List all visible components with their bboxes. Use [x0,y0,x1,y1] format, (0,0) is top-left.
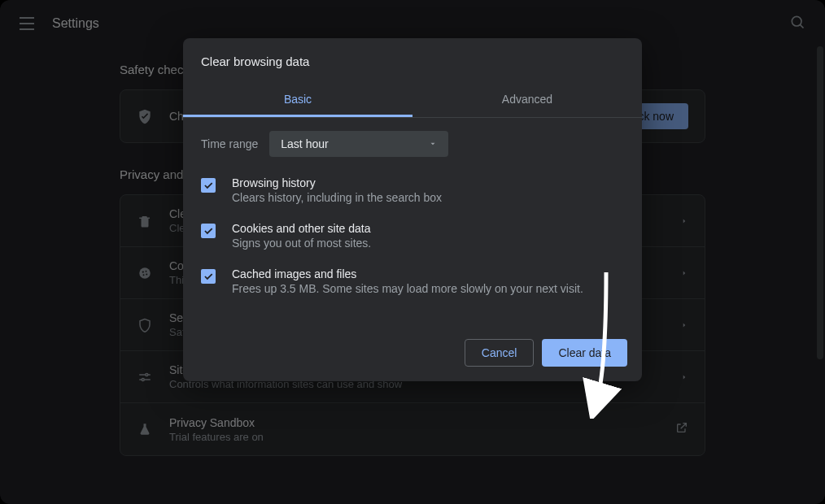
checkbox-sublabel: Signs you out of most sites. [232,237,371,250]
checkbox-row-cached: Cached images and files Frees up 3.5 MB.… [201,267,624,295]
checkbox-cached[interactable] [201,269,216,284]
time-range-value: Last hour [281,137,328,150]
cancel-button[interactable]: Cancel [465,339,535,367]
tab-basic[interactable]: Basic [183,81,412,117]
checkbox-label: Cached images and files [232,267,583,280]
checkbox-browsing-history[interactable] [201,178,216,193]
checkbox-cookies[interactable] [201,224,216,238]
clear-data-button[interactable]: Clear data [542,339,627,367]
checkbox-row-cookies: Cookies and other site data Signs you ou… [201,222,624,250]
checkbox-label: Cookies and other site data [232,222,371,235]
dialog-title: Clear browsing data [183,38,642,81]
tab-advanced[interactable]: Advanced [412,81,642,117]
checkbox-sublabel: Clears history, including in the search … [232,191,442,204]
dropdown-icon [429,140,437,148]
dialog-overlay: Clear browsing data Basic Advanced Time … [0,0,825,504]
checkbox-sublabel: Frees up 3.5 MB. Some sites may load mor… [232,282,583,295]
time-range-select[interactable]: Last hour [269,131,448,157]
checkbox-label: Browsing history [232,176,442,189]
clear-browsing-data-dialog: Clear browsing data Basic Advanced Time … [183,38,642,381]
checkbox-row-browsing-history: Browsing history Clears history, includi… [201,176,624,204]
time-range-label: Time range [201,137,258,150]
